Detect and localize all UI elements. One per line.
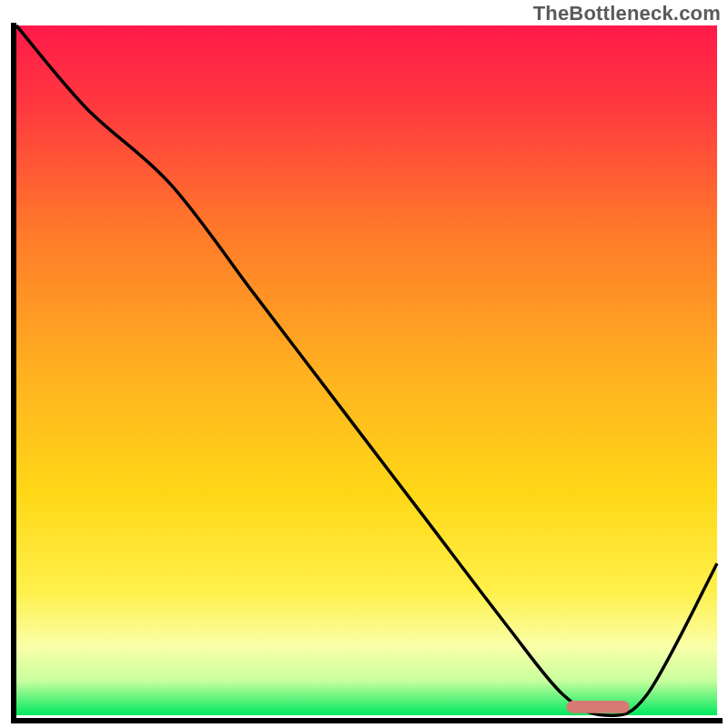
bottleneck-chart [0, 0, 728, 728]
watermark-text: TheBottleneck.com [533, 2, 721, 25]
optimal-marker [566, 701, 629, 713]
plot-background [16, 25, 717, 715]
chart-container: TheBottleneck.com [0, 0, 728, 728]
